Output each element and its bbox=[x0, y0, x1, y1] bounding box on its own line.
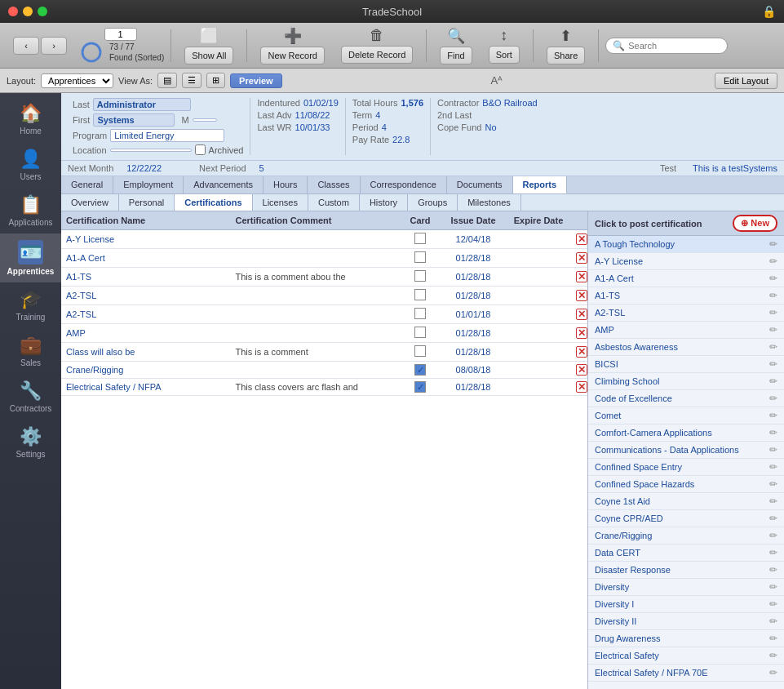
sidebar-item-apprentices[interactable]: 🪪 Apprentices bbox=[0, 233, 61, 282]
list-item[interactable]: Diversity I ✏ bbox=[588, 596, 784, 613]
cert-edit-icon[interactable]: ✏ bbox=[769, 616, 777, 627]
cert-edit-icon[interactable]: ✏ bbox=[769, 273, 777, 284]
middle-field[interactable] bbox=[193, 118, 217, 122]
first-name-value[interactable]: Systems bbox=[93, 113, 175, 127]
cert-card-checkbox[interactable] bbox=[414, 345, 426, 357]
table-row[interactable]: A1-A Cert 01/28/18 ✕ bbox=[61, 249, 587, 268]
delete-icon[interactable]: ✕ bbox=[576, 327, 587, 339]
cert-edit-icon[interactable]: ✏ bbox=[769, 530, 777, 541]
sidebar-item-training[interactable]: 🎓 Training bbox=[0, 282, 61, 328]
tab2-licenses[interactable]: Licenses bbox=[253, 194, 308, 211]
edit-layout-button[interactable]: Edit Layout bbox=[715, 73, 777, 89]
new-cert-button[interactable]: ⊕ New bbox=[733, 215, 777, 232]
list-item[interactable]: A2-TSL ✏ bbox=[588, 304, 784, 322]
tab2-history[interactable]: History bbox=[360, 194, 408, 211]
table-row[interactable]: A2-TSL 01/01/18 ✕ bbox=[61, 305, 587, 324]
list-item[interactable]: Electrical Safety ✏ bbox=[588, 647, 784, 665]
tab2-personal[interactable]: Personal bbox=[119, 194, 175, 211]
cert-edit-icon[interactable]: ✏ bbox=[769, 513, 777, 524]
cert-edit-icon[interactable]: ✏ bbox=[769, 410, 777, 421]
delete-icon[interactable]: ✕ bbox=[576, 271, 587, 282]
delete-record-button[interactable]: Delete Record bbox=[341, 46, 413, 64]
list-item[interactable]: Comet ✏ bbox=[588, 407, 784, 425]
list-item[interactable]: Confined Space Hazards ✏ bbox=[588, 476, 784, 493]
cert-card-checkbox[interactable] bbox=[414, 270, 426, 282]
view-form-button[interactable]: ▤ bbox=[157, 73, 177, 88]
sidebar-item-users[interactable]: 👤 Users bbox=[0, 142, 61, 188]
cert-delete-cell[interactable]: ✕ bbox=[571, 232, 587, 247]
cert-edit-icon[interactable]: ✏ bbox=[769, 478, 777, 490]
record-number-input[interactable] bbox=[104, 28, 137, 41]
list-item[interactable]: Data CERT ✏ bbox=[588, 545, 784, 562]
delete-icon[interactable]: ✕ bbox=[576, 364, 587, 376]
table-row[interactable]: Class will also be This is a comment 01/… bbox=[61, 343, 587, 362]
cert-edit-icon[interactable]: ✏ bbox=[769, 238, 777, 250]
search-box[interactable]: 🔍 bbox=[605, 38, 728, 54]
sort-button[interactable]: Sort bbox=[489, 46, 520, 64]
tab2-milestones[interactable]: Milestones bbox=[458, 194, 521, 211]
tab-hours[interactable]: Hours bbox=[264, 176, 308, 193]
delete-icon[interactable]: ✕ bbox=[576, 309, 587, 320]
table-row[interactable]: AMP 01/28/18 ✕ bbox=[61, 324, 587, 343]
show-all-button[interactable]: Show All bbox=[184, 47, 233, 64]
cert-card-cell[interactable]: ✓ bbox=[400, 362, 441, 377]
cert-edit-icon[interactable]: ✏ bbox=[769, 376, 777, 387]
cert-card-cell[interactable] bbox=[400, 269, 441, 285]
list-item[interactable]: Comfort-Camera Applications ✏ bbox=[588, 425, 784, 442]
cert-delete-cell[interactable]: ✕ bbox=[571, 362, 587, 377]
list-item[interactable]: Diversity II ✏ bbox=[588, 613, 784, 630]
cert-edit-icon[interactable]: ✏ bbox=[769, 307, 777, 318]
table-row[interactable]: Crane/Rigging ✓ 08/08/18 ✕ bbox=[61, 362, 587, 379]
cert-edit-icon[interactable]: ✏ bbox=[769, 393, 777, 404]
tab2-certifications[interactable]: Certifications bbox=[175, 194, 252, 211]
sidebar-item-home[interactable]: 🏠 Home bbox=[0, 96, 61, 142]
new-record-button[interactable]: New Record bbox=[260, 47, 325, 64]
list-item[interactable]: Coyne 1st Aid ✏ bbox=[588, 493, 784, 510]
table-row[interactable]: Electrical Safety / NFPA This class cove… bbox=[61, 379, 587, 396]
list-item[interactable]: A1-TS ✏ bbox=[588, 287, 784, 304]
list-item[interactable]: A-Y License ✏ bbox=[588, 253, 784, 270]
delete-icon[interactable]: ✕ bbox=[576, 233, 587, 245]
list-item[interactable]: Asbestos Awareness ✏ bbox=[588, 339, 784, 356]
archived-checkbox[interactable] bbox=[195, 144, 206, 155]
cert-card-checkbox[interactable] bbox=[414, 308, 426, 319]
tab-reports[interactable]: Reports bbox=[513, 176, 568, 193]
list-item[interactable]: Confined Space Entry ✏ bbox=[588, 459, 784, 476]
tab2-groups[interactable]: Groups bbox=[408, 194, 458, 211]
last-name-value[interactable]: Administrator bbox=[93, 98, 191, 111]
list-item[interactable]: Climbing School ✏ bbox=[588, 373, 784, 390]
list-item[interactable]: Crane/Rigging ✏ bbox=[588, 527, 784, 545]
cert-edit-icon[interactable]: ✏ bbox=[769, 461, 777, 473]
tab-documents[interactable]: Documents bbox=[447, 176, 513, 193]
cert-edit-icon[interactable]: ✏ bbox=[769, 324, 777, 336]
cert-delete-cell[interactable]: ✕ bbox=[571, 307, 587, 322]
view-table-button[interactable]: ⊞ bbox=[206, 73, 225, 88]
delete-icon[interactable]: ✕ bbox=[576, 252, 587, 264]
table-row[interactable]: A2-TSL 01/28/18 ✕ bbox=[61, 287, 587, 305]
list-item[interactable]: Disaster Response ✏ bbox=[588, 562, 784, 579]
cert-card-cell[interactable] bbox=[400, 325, 441, 341]
tab-correspondence[interactable]: Correspondence bbox=[361, 176, 447, 193]
list-item[interactable]: BICSI ✏ bbox=[588, 356, 784, 373]
cert-edit-icon[interactable]: ✏ bbox=[769, 667, 777, 678]
delete-icon[interactable]: ✕ bbox=[576, 381, 587, 393]
program-value[interactable]: Limited Energy bbox=[110, 129, 224, 142]
cert-card-cell[interactable] bbox=[400, 344, 441, 360]
list-item[interactable]: Coyne CPR/AED ✏ bbox=[588, 510, 784, 527]
table-row[interactable]: A1-TS This is a comment abou the 01/28/1… bbox=[61, 268, 587, 287]
list-item[interactable]: Communications - Data Applications ✏ bbox=[588, 442, 784, 459]
list-item[interactable]: A Tough Technology ✏ bbox=[588, 236, 784, 253]
cert-card-checkbox[interactable] bbox=[414, 233, 426, 244]
cert-card-cell[interactable] bbox=[400, 287, 441, 304]
tab-advancements[interactable]: Advancements bbox=[184, 176, 264, 193]
delete-icon[interactable]: ✕ bbox=[576, 290, 587, 301]
nav-forward-button[interactable]: › bbox=[41, 37, 67, 55]
cert-card-checkbox[interactable]: ✓ bbox=[414, 364, 426, 376]
cert-card-checkbox[interactable]: ✓ bbox=[414, 381, 426, 393]
sidebar-item-settings[interactable]: ⚙️ Settings bbox=[0, 420, 61, 465]
cert-edit-icon[interactable]: ✏ bbox=[769, 564, 777, 576]
layout-select[interactable]: Apprentices bbox=[41, 73, 113, 88]
cert-edit-icon[interactable]: ✏ bbox=[769, 256, 777, 267]
tab-employment[interactable]: Employment bbox=[113, 176, 184, 193]
cert-edit-icon[interactable]: ✏ bbox=[769, 290, 777, 301]
